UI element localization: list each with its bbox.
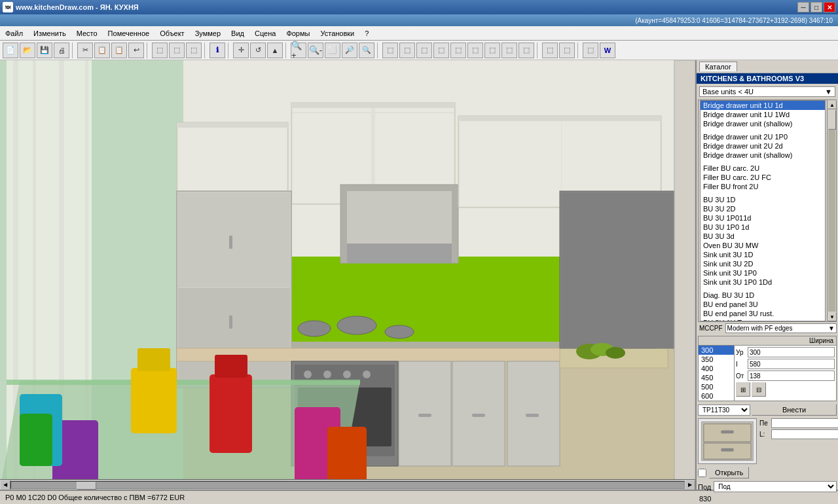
size-i-input[interactable] xyxy=(748,359,835,369)
menu-object[interactable]: Объект xyxy=(155,26,189,41)
tb-export[interactable]: ⬚ xyxy=(583,43,598,58)
items-list[interactable]: Bridge drawer unit 1U 1d Bridge drawer u… xyxy=(700,100,826,321)
tb-cut[interactable]: ✂ xyxy=(77,43,93,58)
menu-zoom[interactable]: Зуммер xyxy=(190,26,226,41)
code-dropdown[interactable]: TP11T30 xyxy=(698,405,750,416)
menu-view[interactable]: Вид xyxy=(226,26,249,41)
list-item[interactable]: BU 3U 1P011d xyxy=(701,213,825,223)
tb-view1[interactable]: ⬚ xyxy=(382,43,398,58)
width-item-400[interactable]: 400 xyxy=(699,364,734,373)
list-item[interactable]: Sink unit 3U 2D xyxy=(701,259,825,268)
menu-place[interactable]: Место xyxy=(71,26,103,41)
tb-zoom-out[interactable]: 🔍- xyxy=(308,43,323,58)
width-item-600[interactable]: 600 xyxy=(699,391,734,401)
tb-zoom-fit[interactable]: ⬜ xyxy=(325,43,340,58)
menu-edit[interactable]: Изменить xyxy=(28,26,71,41)
tb-zoom3[interactable]: 🔍 xyxy=(359,43,374,58)
tb-view9[interactable]: ⬚ xyxy=(519,43,534,58)
scrollbar-track[interactable] xyxy=(10,481,685,489)
tb-select2[interactable]: ⬚ xyxy=(169,43,185,58)
list-item[interactable]: BU 3U 2D xyxy=(701,204,825,213)
scroll-left-btn[interactable]: ◀ xyxy=(0,480,10,490)
menu-scene[interactable]: Сцена xyxy=(249,26,281,41)
category-dropdown[interactable]: Base units < 4U ▼ xyxy=(699,86,835,97)
preview-l-input[interactable] xyxy=(771,429,838,439)
list-item[interactable]: Filler BU carc. 2U xyxy=(701,164,825,173)
list-item[interactable]: Bridge drawer unit (shallow) xyxy=(701,119,825,128)
list-item[interactable]: BU 3U 1P0 1d xyxy=(701,223,825,232)
width-item-350[interactable]: 350 xyxy=(699,355,734,364)
tb-info[interactable]: ℹ xyxy=(210,43,225,58)
list-scrollbar[interactable]: ▲ ▼ xyxy=(827,100,836,321)
menu-file[interactable]: Файл xyxy=(0,26,28,41)
list-scroll-thumb[interactable] xyxy=(828,110,836,130)
list-item[interactable]: Filler BU carc. 2U FC xyxy=(701,173,825,182)
list-scroll-down[interactable]: ▼ xyxy=(828,312,837,321)
size-icon-btn-2[interactable]: ⊟ xyxy=(752,382,766,397)
tb-open[interactable]: 📂 xyxy=(20,43,35,58)
tb-select1[interactable]: ⬚ xyxy=(152,43,168,58)
list-item[interactable]: Sink unit 3U 1D xyxy=(701,250,825,259)
tb-view4[interactable]: ⬚ xyxy=(433,43,449,58)
tb-view2[interactable]: ⬚ xyxy=(399,43,415,58)
list-item[interactable]: Sink unit 3U 1P0 xyxy=(701,268,825,278)
maximize-button[interactable]: □ xyxy=(811,2,822,12)
list-item[interactable]: BU 3U 1U Tor... xyxy=(701,318,825,321)
tb-web[interactable]: W xyxy=(600,43,615,58)
list-item[interactable]: Bridge drawer unit 2U 1P0 xyxy=(701,132,825,141)
tb-view5[interactable]: ⬚ xyxy=(450,43,466,58)
open-button[interactable]: Открыть xyxy=(709,467,749,478)
minimize-button[interactable]: ─ xyxy=(797,2,809,12)
width-item-500[interactable]: 500 xyxy=(699,382,734,391)
tb-up[interactable]: ▲ xyxy=(267,43,283,58)
list-item[interactable]: Bridge drawer unit (shallow) xyxy=(701,151,825,160)
tb-arrow2[interactable]: ⬚ xyxy=(559,43,575,58)
tb-move[interactable]: ✛ xyxy=(233,43,249,58)
viewport-scrollbar[interactable]: ◀ ▶ xyxy=(0,479,695,490)
pod-dropdown[interactable]: Под xyxy=(714,481,837,492)
tb-new[interactable]: 📄 xyxy=(3,43,18,58)
size-ot-input[interactable] xyxy=(748,370,835,381)
list-item[interactable]: Sink unit 3U 1P0 1Dd xyxy=(701,278,825,287)
menu-settings[interactable]: Установки xyxy=(315,26,359,41)
tb-save[interactable]: 💾 xyxy=(37,43,52,58)
size-ur-input[interactable] xyxy=(748,347,835,357)
open-checkbox[interactable] xyxy=(698,469,706,477)
width-item-450[interactable]: 450 xyxy=(699,373,734,382)
tb-undo[interactable]: ↩ xyxy=(128,43,144,58)
tb-view3[interactable]: ⬚ xyxy=(416,43,432,58)
list-item[interactable]: Diag. BU 3U 1D xyxy=(701,291,825,300)
list-item[interactable]: Oven BU 3U MW xyxy=(701,241,825,250)
tb-view6[interactable]: ⬚ xyxy=(467,43,483,58)
list-item[interactable]: Bridge drawer unit 1U 1Wd xyxy=(701,110,825,119)
tb-select3[interactable]: ⬚ xyxy=(186,43,202,58)
tb-arrow1[interactable]: ⬚ xyxy=(542,43,558,58)
scrollbar-thumb[interactable] xyxy=(77,482,96,490)
tb-rotate[interactable]: ↺ xyxy=(250,43,266,58)
3d-viewport[interactable]: ◀ ▶ xyxy=(0,60,695,490)
close-button[interactable]: ✕ xyxy=(824,2,835,12)
preview-pe-input[interactable] xyxy=(771,418,838,428)
catalog-tab[interactable]: Каталог xyxy=(699,62,737,71)
tb-zoom2[interactable]: 🔎 xyxy=(342,43,357,58)
scroll-right-btn[interactable]: ▶ xyxy=(685,480,695,490)
list-item[interactable]: BU end panel 3U rust. xyxy=(701,309,825,318)
menu-marked[interactable]: Помеченное xyxy=(103,26,155,41)
tb-zoom-in[interactable]: 🔍+ xyxy=(291,43,306,58)
size-icon-btn-1[interactable]: ⊞ xyxy=(736,382,750,397)
list-scroll-up[interactable]: ▲ xyxy=(828,100,837,109)
list-item[interactable]: BU 3U 3d xyxy=(701,232,825,241)
tb-view7[interactable]: ⬚ xyxy=(484,43,500,58)
menu-help[interactable]: ? xyxy=(359,26,374,41)
tb-print[interactable]: 🖨 xyxy=(54,43,69,58)
tb-copy[interactable]: 📋 xyxy=(94,43,110,58)
menu-forms[interactable]: Формы xyxy=(281,26,315,41)
width-item-300[interactable]: 300 xyxy=(699,346,734,355)
list-item[interactable]: Bridge drawer unit 1U 1d xyxy=(701,101,825,110)
insert-button[interactable]: Внести xyxy=(752,404,837,416)
list-item[interactable]: Filler BU front 2U xyxy=(701,182,825,191)
list-item[interactable]: BU 3U 1D xyxy=(701,195,825,204)
style-dropdown[interactable]: Modern with PF edges ▼ xyxy=(725,323,837,333)
list-scroll-track[interactable] xyxy=(828,110,835,312)
tb-view8[interactable]: ⬚ xyxy=(501,43,517,58)
